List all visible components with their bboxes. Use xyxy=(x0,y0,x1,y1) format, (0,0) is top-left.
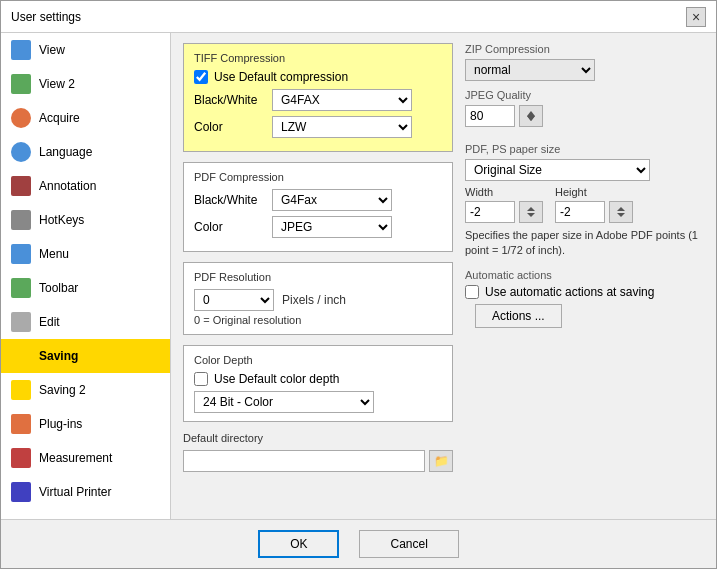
color-depth-select[interactable]: 24 Bit - Color 8 Bit - Gray 1 Bit - Blac… xyxy=(194,391,374,413)
height-col: Height xyxy=(555,186,633,223)
resolution-hint: 0 = Original resolution xyxy=(194,314,442,326)
pdf-color-select[interactable]: JPEG ZIP None xyxy=(272,216,392,238)
saving2-icon xyxy=(11,380,31,400)
pdf-color-row: Color JPEG ZIP None xyxy=(194,216,442,238)
sidebar-item-saving[interactable]: Saving xyxy=(1,339,170,373)
content-area: View View 2 Acquire Language Annotation … xyxy=(1,33,716,519)
sidebar-item-menu[interactable]: Menu xyxy=(1,237,170,271)
pdf-paper-section: PDF, PS paper size Original Size A4 Lett… xyxy=(465,143,704,259)
width-label: Width xyxy=(465,186,543,198)
bottom-bar: OK Cancel xyxy=(1,519,716,568)
actions-button[interactable]: Actions ... xyxy=(475,304,562,328)
annotation-icon xyxy=(11,176,31,196)
measurement-icon xyxy=(11,448,31,468)
dir-browse-button[interactable]: 📁 xyxy=(429,450,453,472)
edit-icon xyxy=(11,312,31,332)
tiff-bw-label: Black/White xyxy=(194,93,264,107)
hotkeys-icon xyxy=(11,210,31,230)
sidebar-label-measurement: Measurement xyxy=(39,451,112,465)
height-spin-button[interactable] xyxy=(609,201,633,223)
sidebar-label-view2: View 2 xyxy=(39,77,75,91)
sidebar-label-menu: Menu xyxy=(39,247,69,261)
specifies-text: Specifies the paper size in Adobe PDF po… xyxy=(465,228,704,259)
sidebar-item-annotation[interactable]: Annotation xyxy=(1,169,170,203)
sidebar-item-language[interactable]: Language xyxy=(1,135,170,169)
dir-input-row: C:\TEMP 📁 xyxy=(183,450,453,472)
auto-actions-label: Use automatic actions at saving xyxy=(485,285,654,299)
height-spin-icon xyxy=(616,205,626,219)
width-spin-icon xyxy=(526,205,536,219)
plugins-icon xyxy=(11,414,31,434)
tiff-section-title: TIFF Compression xyxy=(194,52,442,64)
jpeg-title: JPEG Quality xyxy=(465,89,704,101)
cancel-button[interactable]: Cancel xyxy=(359,530,458,558)
default-dir-section: Default directory C:\TEMP 📁 xyxy=(183,432,453,472)
sidebar-item-vprinter[interactable]: Virtual Printer xyxy=(1,475,170,509)
right-column: ZIP Compression normal fast best JPEG Qu… xyxy=(465,43,704,472)
main-panel: TIFF Compression Use Default compression… xyxy=(171,33,716,519)
sidebar-item-toolbar[interactable]: Toolbar xyxy=(1,271,170,305)
sidebar-item-plugins[interactable]: Plug-ins xyxy=(1,407,170,441)
width-col: Width xyxy=(465,186,543,223)
sidebar-item-hotkeys[interactable]: HotKeys xyxy=(1,203,170,237)
sidebar-label-annotation: Annotation xyxy=(39,179,96,193)
sidebar-label-toolbar: Toolbar xyxy=(39,281,78,295)
dir-input[interactable]: C:\TEMP xyxy=(183,450,425,472)
pdf-resolution-select[interactable]: 0 72 150 300 600 xyxy=(194,289,274,311)
sidebar-label-saving2: Saving 2 xyxy=(39,383,86,397)
auto-actions-section: Automatic actions Use automatic actions … xyxy=(465,269,704,328)
auto-actions-title: Automatic actions xyxy=(465,269,704,281)
sidebar-item-measurement[interactable]: Measurement xyxy=(1,441,170,475)
acquire-icon xyxy=(11,108,31,128)
toolbar-icon xyxy=(11,278,31,298)
title-bar: User settings × xyxy=(1,1,716,33)
svg-marker-5 xyxy=(617,207,625,211)
pdf-paper-size-select[interactable]: Original Size A4 Letter Legal xyxy=(465,159,650,181)
pdf-bw-select[interactable]: G4Fax CCITT ZIP JPEG xyxy=(272,189,392,211)
pdf-color-label: Color xyxy=(194,220,264,234)
sidebar-item-acquire[interactable]: Acquire xyxy=(1,101,170,135)
jpeg-quality-input[interactable] xyxy=(465,105,515,127)
height-input[interactable] xyxy=(555,201,605,223)
pdf-compression-section: PDF Compression Black/White G4Fax CCITT … xyxy=(183,162,453,252)
view2-icon xyxy=(11,74,31,94)
folder-icon: 📁 xyxy=(434,454,449,468)
tiff-bw-select[interactable]: G4FAX CCITT LZW ZIP JPEG xyxy=(272,89,412,111)
zip-title: ZIP Compression xyxy=(465,43,704,55)
svg-marker-4 xyxy=(527,213,535,217)
width-input[interactable] xyxy=(465,201,515,223)
sidebar-item-saving2[interactable]: Saving 2 xyxy=(1,373,170,407)
ok-button[interactable]: OK xyxy=(258,530,339,558)
color-depth-label: Use Default color depth xyxy=(214,372,339,386)
tiff-bw-row: Black/White G4FAX CCITT LZW ZIP JPEG xyxy=(194,89,442,111)
left-column: TIFF Compression Use Default compression… xyxy=(183,43,453,472)
close-button[interactable]: × xyxy=(686,7,706,27)
sidebar: View View 2 Acquire Language Annotation … xyxy=(1,33,171,519)
height-spinner-row xyxy=(555,201,633,223)
language-icon xyxy=(11,142,31,162)
pdf-bw-label: Black/White xyxy=(194,193,264,207)
auto-actions-checkbox[interactable] xyxy=(465,285,479,299)
auto-actions-checkbox-row: Use automatic actions at saving xyxy=(465,285,704,299)
color-depth-default-row: Use Default color depth xyxy=(194,372,442,386)
pixels-label: Pixels / inch xyxy=(282,293,346,307)
sidebar-item-view[interactable]: View xyxy=(1,33,170,67)
pdf-resolution-section: PDF Resolution 0 72 150 300 600 Pixels /… xyxy=(183,262,453,335)
width-spin-button[interactable] xyxy=(519,201,543,223)
color-depth-checkbox[interactable] xyxy=(194,372,208,386)
height-label: Height xyxy=(555,186,633,198)
sidebar-label-plugins: Plug-ins xyxy=(39,417,82,431)
jpeg-spin-button[interactable] xyxy=(519,105,543,127)
sidebar-label-saving: Saving xyxy=(39,349,78,363)
tiff-color-label: Color xyxy=(194,120,264,134)
tiff-use-default-checkbox[interactable] xyxy=(194,70,208,84)
tiff-color-select[interactable]: LZW ZIP JPEG None xyxy=(272,116,412,138)
tiff-color-row: Color LZW ZIP JPEG None xyxy=(194,116,442,138)
dialog-title: User settings xyxy=(11,10,81,24)
tiff-use-default-label: Use Default compression xyxy=(214,70,348,84)
sidebar-item-view2[interactable]: View 2 xyxy=(1,67,170,101)
top-section: TIFF Compression Use Default compression… xyxy=(183,43,704,472)
sidebar-item-edit[interactable]: Edit xyxy=(1,305,170,339)
zip-select[interactable]: normal fast best xyxy=(465,59,595,81)
user-settings-dialog: User settings × View View 2 Acquire Lang… xyxy=(0,0,717,569)
